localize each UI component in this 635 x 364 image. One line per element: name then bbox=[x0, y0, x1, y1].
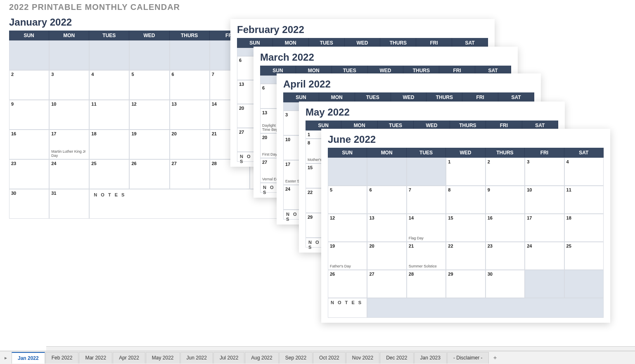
calendar-cell[interactable]: 21Summer Solstice bbox=[407, 242, 446, 270]
calendar-cell[interactable]: 18 bbox=[89, 130, 129, 159]
sheet-tab[interactable]: - Disclaimer - bbox=[447, 352, 489, 364]
calendar-cell[interactable]: 2 bbox=[9, 70, 49, 100]
calendar-cell[interactable]: 31 bbox=[49, 189, 89, 219]
event-label: Father's Day bbox=[330, 265, 365, 268]
calendar-cell[interactable]: 19 bbox=[129, 130, 169, 159]
day-number: 4 bbox=[566, 159, 602, 164]
calendar-cell[interactable]: 22 bbox=[446, 242, 485, 270]
calendar-cell[interactable]: 25 bbox=[89, 159, 129, 189]
calendar-cell[interactable]: 9 bbox=[486, 186, 525, 214]
calendar-cell[interactable]: 13 bbox=[170, 100, 210, 130]
calendar-cell[interactable]: 6 bbox=[367, 186, 406, 214]
calendar-cell[interactable]: 5 bbox=[129, 70, 169, 100]
sheet-tab[interactable]: Jul 2022 bbox=[213, 352, 244, 364]
calendar-cell[interactable]: 4 bbox=[564, 158, 604, 186]
calendar-cell[interactable] bbox=[49, 40, 89, 70]
sheet-tab[interactable]: Sep 2022 bbox=[279, 352, 313, 364]
day-number: 30 bbox=[11, 191, 47, 196]
calendar-cell[interactable]: 12 bbox=[129, 100, 169, 130]
calendar-cell[interactable]: 26 bbox=[129, 159, 169, 189]
calendar-cell[interactable]: 10 bbox=[525, 186, 564, 214]
day-number: 20 bbox=[172, 131, 208, 136]
calendar-cell[interactable]: 13 bbox=[367, 214, 406, 242]
sheet-tab[interactable]: Aug 2022 bbox=[245, 352, 278, 364]
calendar-cell[interactable]: 6 bbox=[170, 70, 210, 100]
weekday-header: SAT bbox=[564, 148, 604, 158]
sheet-nav-arrow-icon[interactable]: ▸ bbox=[0, 355, 12, 361]
calendar-cell[interactable]: 30 bbox=[9, 189, 49, 219]
calendar-cell[interactable] bbox=[170, 40, 210, 70]
day-number: 25 bbox=[91, 161, 127, 166]
calendar-cell[interactable]: 4 bbox=[89, 70, 129, 100]
sheet-tab[interactable]: Mar 2022 bbox=[79, 352, 112, 364]
calendar-cell[interactable]: 24 bbox=[49, 159, 89, 189]
calendar-cell[interactable]: 15 bbox=[446, 214, 485, 242]
calendar-cell[interactable]: 19Father's Day bbox=[328, 242, 367, 270]
add-sheet-button[interactable]: ＋ bbox=[489, 354, 501, 362]
calendar-cell[interactable]: 26 bbox=[328, 270, 367, 298]
day-number: 19 bbox=[330, 243, 365, 248]
calendar-cell[interactable]: 20 bbox=[170, 130, 210, 159]
calendar-cell[interactable]: 24 bbox=[525, 242, 564, 270]
calendar-cell[interactable]: 7 bbox=[407, 186, 446, 214]
calendar-cell[interactable] bbox=[9, 40, 49, 70]
day-number: 9 bbox=[488, 187, 523, 192]
calendar-cell[interactable]: 14Flag Day bbox=[407, 214, 446, 242]
calendar-cell[interactable]: 1 bbox=[446, 158, 485, 186]
calendar-cell[interactable]: 20 bbox=[367, 242, 406, 270]
weekday-header: MON bbox=[49, 31, 89, 40]
weekday-header: THURS bbox=[170, 31, 210, 40]
sheet-tab[interactable]: Jun 2022 bbox=[180, 352, 213, 364]
sheet-tab[interactable]: Jan 2023 bbox=[414, 352, 447, 364]
day-number: 27 bbox=[172, 161, 208, 166]
calendar-cell[interactable]: 18 bbox=[564, 214, 604, 242]
day-number: 22 bbox=[448, 243, 483, 248]
calendar-cell[interactable]: 10 bbox=[49, 100, 89, 130]
day-number: 29 bbox=[448, 272, 483, 277]
month-title-april: April 2022 bbox=[283, 78, 534, 90]
calendar-cell[interactable]: 30 bbox=[486, 270, 525, 298]
calendar-cell[interactable] bbox=[129, 40, 169, 70]
calendar-cell[interactable]: 27 bbox=[367, 270, 406, 298]
calendar-cell[interactable]: 12 bbox=[328, 214, 367, 242]
day-number: 17 bbox=[51, 131, 87, 136]
weekday-header: TUES bbox=[89, 31, 129, 40]
sheet-tab[interactable]: Oct 2022 bbox=[313, 352, 346, 364]
calendar-cell[interactable]: 3 bbox=[525, 158, 564, 186]
horizontal-scrollbar-track[interactable] bbox=[46, 346, 635, 351]
day-number: 6 bbox=[369, 187, 404, 192]
calendar-cell[interactable]: 3 bbox=[49, 70, 89, 100]
calendar-cell[interactable]: 23 bbox=[9, 159, 49, 189]
calendar-cell[interactable]: 9 bbox=[9, 100, 49, 130]
calendar-cell[interactable]: 23 bbox=[486, 242, 525, 270]
calendar-cell[interactable]: 17 bbox=[525, 214, 564, 242]
calendar-cell[interactable]: 11 bbox=[89, 100, 129, 130]
sheet-tab[interactable]: Apr 2022 bbox=[113, 352, 145, 364]
day-number: 11 bbox=[91, 102, 127, 106]
calendar-cell[interactable]: 2 bbox=[486, 158, 525, 186]
calendar-cell[interactable]: 16 bbox=[9, 130, 49, 159]
calendar-cell[interactable]: 8 bbox=[446, 186, 485, 214]
sheet-tab[interactable]: Feb 2022 bbox=[45, 352, 79, 364]
sheet-tab[interactable]: Nov 2022 bbox=[346, 352, 379, 364]
notes-area[interactable] bbox=[367, 298, 604, 318]
sheet-tab[interactable]: Jan 2022 bbox=[12, 352, 45, 364]
calendar-cell[interactable]: 17Martin Luther King Jr Day bbox=[49, 130, 89, 159]
sheet-tab[interactable]: May 2022 bbox=[146, 352, 180, 364]
calendar-cell[interactable]: 5 bbox=[328, 186, 367, 214]
calendar-cell[interactable]: 29 bbox=[446, 270, 485, 298]
day-number: 12 bbox=[330, 215, 365, 220]
calendar-cell[interactable] bbox=[328, 158, 367, 186]
calendar-cell[interactable] bbox=[367, 158, 406, 186]
event-label: Martin Luther King Jr Day bbox=[51, 150, 87, 158]
calendar-cell[interactable]: 27 bbox=[170, 159, 210, 189]
calendar-cell[interactable]: 11 bbox=[564, 186, 604, 214]
calendar-cell[interactable] bbox=[89, 40, 129, 70]
calendar-cell[interactable] bbox=[564, 270, 604, 298]
calendar-cell[interactable] bbox=[407, 158, 446, 186]
calendar-cell[interactable]: 16 bbox=[486, 214, 525, 242]
sheet-tab[interactable]: Dec 2022 bbox=[380, 352, 413, 364]
calendar-cell[interactable]: 25 bbox=[564, 242, 604, 270]
calendar-cell[interactable] bbox=[525, 270, 564, 298]
calendar-cell[interactable]: 28 bbox=[407, 270, 446, 298]
